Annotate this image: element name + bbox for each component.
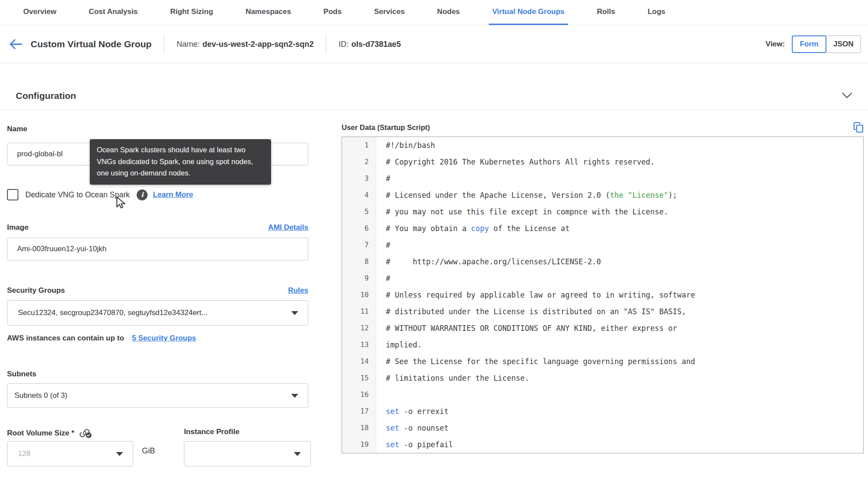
section-title: Configuration (16, 91, 76, 101)
code-line-text: set -o errexit (376, 403, 448, 420)
copy-button[interactable] (853, 122, 864, 133)
five-security-groups-link[interactable]: 5 Security Groups (132, 334, 196, 343)
vng-id: ID:ols-d7381ae5 (339, 40, 401, 49)
copy-icon (853, 122, 864, 133)
line-number: 15 (342, 370, 376, 386)
dedicate-vng-label: Dedicate VNG to Ocean Spark (25, 190, 130, 200)
code-line-text: # http://www.apache.org/licenses/LICENSE… (376, 253, 601, 270)
collapse-section-button[interactable] (842, 92, 852, 99)
line-number: 5 (342, 203, 376, 220)
code-line-text: # you may not use this file except in co… (376, 203, 668, 220)
code-line[interactable]: 14# See the License for the specific lan… (342, 353, 863, 370)
code-line[interactable]: 8# http://www.apache.org/licenses/LICENS… (342, 253, 863, 270)
view-json-button[interactable]: JSON (826, 35, 861, 53)
back-arrow-button[interactable] (9, 38, 25, 51)
code-line[interactable]: 12# WITHOUT WARRANTIES OR CONDITIONS OF … (342, 320, 863, 337)
subnets-value: Subnets 0 (of 3) (14, 391, 67, 400)
tab-pods[interactable]: Pods (320, 0, 346, 25)
image-label-row: Image AMI Details (7, 223, 308, 232)
security-groups-select[interactable]: Secu12324, secgroup23470870, segtuyfsd12… (7, 300, 308, 326)
line-number: 7 (342, 237, 376, 253)
learn-more-link[interactable]: Learn More (153, 190, 193, 199)
code-line-text: set -o nounset (376, 420, 448, 436)
tab-logs[interactable]: Logs (644, 0, 669, 25)
chevron-down-icon (842, 92, 852, 99)
header-divider (326, 35, 326, 53)
tab-namespaces[interactable]: Namespaces (242, 0, 295, 25)
code-line[interactable]: 2# Copyright 2016 The Kubernetes Authors… (342, 154, 863, 170)
subnets-label: Subnets (7, 370, 36, 379)
code-line-text: # limitations under the License. (376, 370, 529, 386)
helper-text: AWS instances can contain up to (7, 334, 124, 343)
name-field-label: Name (7, 125, 27, 133)
view-form-button[interactable]: Form (792, 35, 826, 53)
code-line[interactable]: 6# You may obtain a copy of the License … (342, 220, 863, 237)
code-line[interactable]: 10# Unless required by applicable law or… (342, 287, 863, 303)
code-line[interactable]: 4# Licensed under the Apache License, Ve… (342, 187, 863, 203)
dedicate-vng-checkbox[interactable] (7, 189, 18, 200)
tab-right-sizing[interactable]: Right Sizing (166, 0, 216, 25)
arrow-left-icon (9, 38, 23, 50)
code-line[interactable]: 7# (342, 237, 863, 253)
line-number: 9 (342, 270, 376, 287)
code-line[interactable]: 18set -o nounset (342, 420, 863, 436)
image-field-label: Image (7, 223, 28, 232)
configuration-section-header: Configuration (0, 81, 868, 110)
code-line[interactable]: 11# distributed under the License is dis… (342, 303, 863, 320)
tab-overview[interactable]: Overview (20, 0, 60, 25)
top-tab-bar: Overview Cost Analysis Right Sizing Name… (0, 0, 868, 25)
tab-services[interactable]: Services (370, 0, 408, 25)
code-line-text: set -o pipefail (376, 436, 453, 453)
header-divider (164, 35, 164, 53)
instance-profile-select[interactable] (184, 441, 311, 466)
code-line[interactable]: 19set -o pipefail (342, 436, 863, 453)
line-number: 11 (342, 303, 376, 320)
code-line-text (376, 386, 386, 403)
code-line[interactable]: 17set -o errexit (342, 403, 863, 420)
tab-rolls[interactable]: Rolls (593, 0, 619, 25)
root-volume-size-label: Root Volume Size * (7, 428, 92, 439)
code-line[interactable]: 13implied. (342, 337, 863, 353)
code-line[interactable]: 3# (342, 170, 863, 187)
subnets-select[interactable]: Subnets 0 (of 3) (7, 383, 308, 408)
line-number: 2 (342, 154, 376, 170)
line-number: 14 (342, 353, 376, 370)
code-line[interactable]: 9# (342, 270, 863, 287)
line-number: 17 (342, 403, 376, 420)
dropdown-caret-icon (291, 311, 298, 315)
image-input[interactable]: Ami-003fruuen12-yui-10jkh (7, 238, 308, 260)
code-line[interactable]: 5# you may not use this file except in c… (342, 203, 863, 220)
line-number: 4 (342, 187, 376, 203)
info-icon[interactable]: i (137, 189, 148, 200)
line-number: 19 (342, 436, 376, 453)
mouse-cursor-icon (115, 196, 127, 209)
line-number: 3 (342, 170, 376, 187)
line-number: 13 (342, 337, 376, 353)
code-line-text: # WITHOUT WARRANTIES OR CONDITIONS OF AN… (376, 320, 677, 337)
tab-cost-analysis[interactable]: Cost Analysis (85, 0, 141, 25)
security-groups-label-row: Security Groups Rules (7, 286, 308, 295)
tab-virtual-node-groups[interactable]: Virtual Node Groups (489, 0, 568, 25)
code-line-text: # You may obtain a copy of the License a… (376, 220, 570, 237)
security-groups-helper: AWS instances can contain up to 5 Securi… (7, 334, 196, 343)
root-volume-size-placeholder: 128 (18, 449, 30, 458)
code-line-text: # See the License for the specific langu… (376, 353, 695, 370)
code-line-text: # distributed under the License is distr… (376, 303, 686, 320)
vng-name-value: dev-us-west-2-app-sqn2-sqn2 (202, 40, 314, 49)
code-line[interactable]: 16 (342, 386, 863, 403)
code-line-text: # (376, 237, 390, 253)
root-volume-size-select[interactable]: 128 (7, 441, 133, 466)
ami-details-link[interactable]: AMI Details (268, 223, 308, 232)
rules-link[interactable]: Rules (288, 286, 308, 295)
security-groups-value: Secu12324, secgroup23470870, segtuyfsd12… (18, 309, 208, 317)
line-number: 16 (342, 386, 376, 403)
code-line[interactable]: 1#!/bin/bash (342, 137, 863, 154)
code-line-text: implied. (376, 337, 422, 353)
dropdown-caret-icon (116, 452, 123, 456)
tab-nodes[interactable]: Nodes (434, 0, 463, 25)
line-number: 12 (342, 320, 376, 337)
code-line[interactable]: 15# limitations under the License. (342, 370, 863, 386)
code-line-text: # (376, 270, 390, 287)
code-editor[interactable]: 1#!/bin/bash2# Copyright 2016 The Kubern… (342, 137, 864, 453)
code-line-text: # Unless required by applicable law or a… (376, 287, 695, 303)
